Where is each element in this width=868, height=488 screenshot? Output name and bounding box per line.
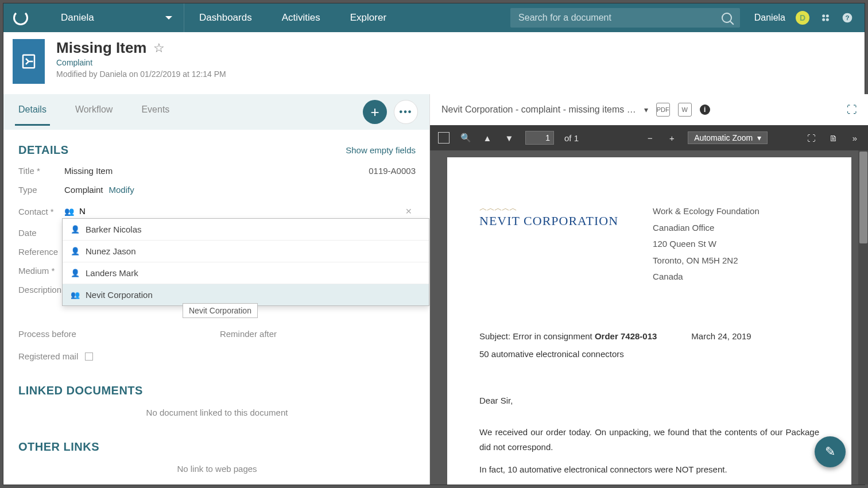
- page-total: of 1: [564, 133, 579, 143]
- page-title: Missing Item: [56, 39, 146, 57]
- top-bar: Daniela Dashboards Activities Explorer S…: [3, 3, 865, 32]
- field-label-process-before: Process before: [18, 329, 76, 339]
- otherlinks-empty: No link to web pages: [18, 464, 416, 474]
- tab-events[interactable]: Events: [138, 101, 173, 126]
- fullscreen-icon[interactable]: ⛶: [805, 132, 817, 144]
- person-icon: 👤: [71, 225, 80, 234]
- field-label-medium: Medium *: [18, 266, 64, 276]
- pdf-file-icon[interactable]: PDF: [656, 103, 670, 117]
- letter-subject: Subject: Error in consignment Order 7428…: [479, 331, 657, 341]
- right-pane: Nevit Corporation - complaint - missing …: [430, 94, 868, 485]
- registered-mail-checkbox[interactable]: [85, 353, 93, 361]
- pdf-scrollbar[interactable]: [858, 150, 868, 485]
- pdf-search-icon[interactable]: 🔍: [460, 132, 471, 144]
- app-frame: Daniela Dashboards Activities Explorer S…: [3, 3, 865, 485]
- zoom-out-icon[interactable]: −: [644, 132, 656, 144]
- zoom-in-icon[interactable]: +: [666, 132, 677, 144]
- word-file-icon[interactable]: W: [678, 103, 692, 117]
- subject-label: Subject: Error in consignment: [479, 331, 595, 341]
- addr-line: Canada: [653, 269, 760, 285]
- zoom-label: Automatic Zoom: [694, 133, 753, 142]
- modified-info: Modified by Daniela on 01/22/2019 at 12:…: [56, 69, 226, 79]
- field-value-type: Complaint: [64, 185, 103, 195]
- show-empty-fields-link[interactable]: Show empty fields: [346, 145, 416, 155]
- recipient-address: Work & Ecology Foundation Canadian Offic…: [653, 203, 760, 285]
- nav-explorer[interactable]: Explorer: [335, 3, 401, 32]
- ac-option[interactable]: 👥Nevit Corporation: [63, 284, 429, 305]
- ac-tooltip: Nevit Corporation: [183, 303, 258, 318]
- section-otherlinks-title: OTHER LINKS: [18, 440, 416, 454]
- tab-workflow[interactable]: Workflow: [72, 101, 117, 126]
- preview-filename: Nevit Corporation - complaint - missing …: [441, 104, 636, 115]
- preview-dropdown-icon[interactable]: ▾: [644, 105, 648, 114]
- letter-date: March 24, 2019: [691, 331, 751, 341]
- group-icon: 👥: [64, 207, 73, 216]
- help-icon[interactable]: ?: [842, 12, 853, 24]
- svg-point-1: [826, 14, 829, 17]
- pdf-page: ︿︿︿︿︿ NEVIT CORPORATION Work & Ecology F…: [447, 157, 851, 485]
- username[interactable]: Daniela: [754, 13, 785, 23]
- document-type-link[interactable]: Complaint: [56, 58, 226, 67]
- nav-activities[interactable]: Activities: [267, 3, 335, 32]
- zoom-select[interactable]: Automatic Zoom ▾: [688, 131, 768, 144]
- favorite-star-icon[interactable]: ☆: [153, 41, 165, 56]
- ac-option-label: Nevit Corporation: [86, 290, 153, 300]
- svg-point-0: [822, 14, 825, 17]
- field-label-description: Description: [18, 285, 61, 295]
- field-label-reference: Reference: [18, 247, 64, 257]
- add-button[interactable]: +: [363, 100, 387, 124]
- tab-details[interactable]: Details: [15, 101, 50, 126]
- letter-logo: NEVIT CORPORATION: [479, 214, 618, 228]
- clear-input-icon[interactable]: ✕: [405, 207, 416, 216]
- addr-line: 120 Queen St W: [653, 236, 760, 253]
- page-up-icon[interactable]: ▲: [482, 132, 493, 144]
- field-value-title: Missing Item: [64, 166, 113, 176]
- ac-option-label: Landers Mark: [86, 268, 138, 278]
- tabs-row: Details Workflow Events + •••: [3, 94, 429, 130]
- page-down-icon[interactable]: ▼: [503, 132, 515, 144]
- scroll-thumb[interactable]: [859, 152, 867, 243]
- addr-line: Toronto, ON M5H 2N2: [653, 253, 760, 269]
- avatar[interactable]: D: [796, 11, 809, 25]
- info-icon[interactable]: i: [700, 104, 710, 115]
- contact-autocomplete: 👤Barker Nicolas 👤Nunez Jason 👤Landers Ma…: [62, 218, 429, 306]
- details-body: DETAILS Show empty fields Title * Missin…: [3, 130, 429, 485]
- section-details-title: DETAILS: [18, 144, 69, 157]
- preview-header: Nevit Corporation - complaint - missing …: [430, 94, 868, 125]
- global-search[interactable]: Search for a document: [510, 8, 740, 28]
- app-logo[interactable]: [3, 10, 38, 25]
- open-file-icon[interactable]: 🗎: [827, 132, 839, 144]
- document-type-icon: [13, 39, 45, 84]
- workspace-selector[interactable]: Daniela: [38, 3, 184, 32]
- letter-paragraph: We received our order today. On unpackin…: [479, 425, 819, 454]
- edit-fab[interactable]: ✎: [815, 436, 846, 467]
- field-label-contact: Contact *: [18, 207, 64, 216]
- addr-line: Work & Ecology Foundation: [653, 203, 760, 220]
- left-pane: Details Workflow Events + ••• DETAILS Sh…: [3, 94, 430, 485]
- more-tools-icon[interactable]: »: [849, 132, 861, 144]
- logo-decoration: ︿︿︿︿︿: [479, 203, 618, 214]
- ac-option[interactable]: 👤Nunez Jason: [63, 241, 429, 262]
- more-actions-button[interactable]: •••: [394, 100, 418, 124]
- ac-option[interactable]: 👤Barker Nicolas: [63, 219, 429, 241]
- document-header: Missing Item ☆ Complaint Modified by Dan…: [3, 32, 865, 94]
- reference-number: 0119-A0003: [369, 166, 416, 176]
- settings-icon[interactable]: [820, 12, 831, 24]
- ac-option-label: Nunez Jason: [86, 246, 136, 256]
- contact-input[interactable]: [78, 204, 405, 219]
- svg-point-2: [822, 18, 825, 21]
- line-items: 50 automative electronical connectors: [479, 349, 819, 359]
- person-icon: 👤: [71, 269, 80, 277]
- linked-empty: No document linked to this document: [18, 408, 416, 417]
- group-icon: 👥: [71, 291, 80, 299]
- logo-spinner-icon: [13, 10, 28, 25]
- sidebar-toggle-icon[interactable]: [438, 132, 450, 144]
- pdf-viewport[interactable]: ︿︿︿︿︿ NEVIT CORPORATION Work & Ecology F…: [430, 150, 868, 485]
- ac-option[interactable]: 👤Landers Mark: [63, 262, 429, 284]
- search-icon: [722, 13, 732, 23]
- order-number: Order 7428-013: [595, 331, 657, 341]
- modify-type-link[interactable]: Modify: [109, 185, 134, 195]
- page-number-input[interactable]: [525, 131, 554, 145]
- nav-dashboards[interactable]: Dashboards: [184, 3, 267, 32]
- expand-preview-icon[interactable]: ⛶: [847, 104, 857, 116]
